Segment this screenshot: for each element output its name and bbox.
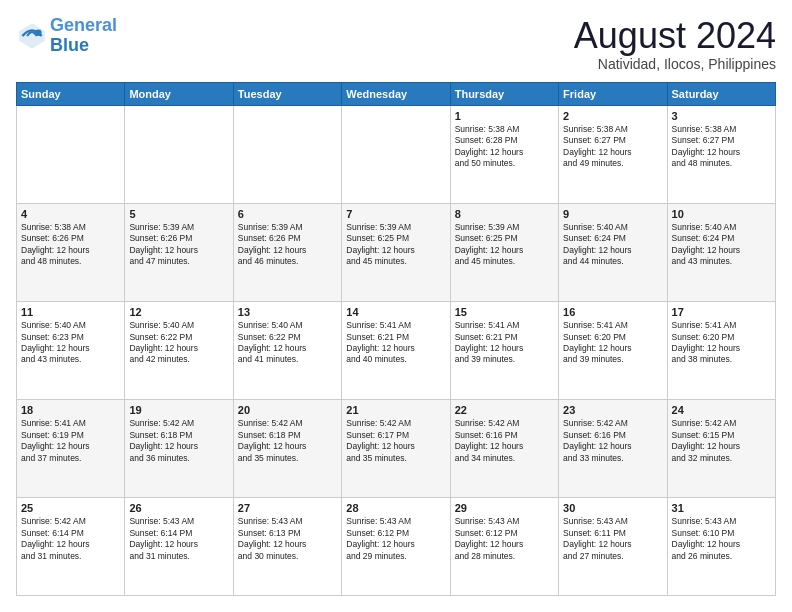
- calendar-cell: 10Sunrise: 5:40 AM Sunset: 6:24 PM Dayli…: [667, 203, 775, 301]
- cell-info: Sunrise: 5:38 AM Sunset: 6:27 PM Dayligh…: [672, 124, 771, 170]
- calendar-header-wednesday: Wednesday: [342, 82, 450, 105]
- day-number: 1: [455, 109, 554, 123]
- day-number: 10: [672, 207, 771, 221]
- cell-info: Sunrise: 5:40 AM Sunset: 6:24 PM Dayligh…: [672, 222, 771, 268]
- calendar-cell: 25Sunrise: 5:42 AM Sunset: 6:14 PM Dayli…: [17, 497, 125, 595]
- calendar-cell: 17Sunrise: 5:41 AM Sunset: 6:20 PM Dayli…: [667, 301, 775, 399]
- subtitle: Natividad, Ilocos, Philippines: [574, 56, 776, 72]
- calendar-cell: 16Sunrise: 5:41 AM Sunset: 6:20 PM Dayli…: [559, 301, 667, 399]
- calendar-cell: 5Sunrise: 5:39 AM Sunset: 6:26 PM Daylig…: [125, 203, 233, 301]
- cell-info: Sunrise: 5:42 AM Sunset: 6:16 PM Dayligh…: [455, 418, 554, 464]
- calendar-cell: 23Sunrise: 5:42 AM Sunset: 6:16 PM Dayli…: [559, 399, 667, 497]
- cell-info: Sunrise: 5:40 AM Sunset: 6:22 PM Dayligh…: [238, 320, 337, 366]
- day-number: 15: [455, 305, 554, 319]
- cell-info: Sunrise: 5:42 AM Sunset: 6:17 PM Dayligh…: [346, 418, 445, 464]
- day-number: 18: [21, 403, 120, 417]
- calendar-cell: 9Sunrise: 5:40 AM Sunset: 6:24 PM Daylig…: [559, 203, 667, 301]
- day-number: 11: [21, 305, 120, 319]
- day-number: 7: [346, 207, 445, 221]
- cell-info: Sunrise: 5:40 AM Sunset: 6:24 PM Dayligh…: [563, 222, 662, 268]
- calendar-cell: 11Sunrise: 5:40 AM Sunset: 6:23 PM Dayli…: [17, 301, 125, 399]
- month-title: August 2024: [574, 16, 776, 56]
- day-number: 19: [129, 403, 228, 417]
- cell-info: Sunrise: 5:42 AM Sunset: 6:14 PM Dayligh…: [21, 516, 120, 562]
- calendar-cell: 26Sunrise: 5:43 AM Sunset: 6:14 PM Dayli…: [125, 497, 233, 595]
- calendar-header-monday: Monday: [125, 82, 233, 105]
- calendar-cell: [342, 105, 450, 203]
- day-number: 26: [129, 501, 228, 515]
- logo-line2: Blue: [50, 35, 89, 55]
- title-block: August 2024 Natividad, Ilocos, Philippin…: [574, 16, 776, 72]
- day-number: 30: [563, 501, 662, 515]
- cell-info: Sunrise: 5:39 AM Sunset: 6:25 PM Dayligh…: [455, 222, 554, 268]
- calendar-week-4: 18Sunrise: 5:41 AM Sunset: 6:19 PM Dayli…: [17, 399, 776, 497]
- calendar-cell: 29Sunrise: 5:43 AM Sunset: 6:12 PM Dayli…: [450, 497, 558, 595]
- cell-info: Sunrise: 5:43 AM Sunset: 6:13 PM Dayligh…: [238, 516, 337, 562]
- day-number: 2: [563, 109, 662, 123]
- cell-info: Sunrise: 5:43 AM Sunset: 6:10 PM Dayligh…: [672, 516, 771, 562]
- day-number: 9: [563, 207, 662, 221]
- calendar-cell: [125, 105, 233, 203]
- calendar-cell: 20Sunrise: 5:42 AM Sunset: 6:18 PM Dayli…: [233, 399, 341, 497]
- calendar-week-2: 4Sunrise: 5:38 AM Sunset: 6:26 PM Daylig…: [17, 203, 776, 301]
- cell-info: Sunrise: 5:42 AM Sunset: 6:18 PM Dayligh…: [238, 418, 337, 464]
- calendar-cell: 24Sunrise: 5:42 AM Sunset: 6:15 PM Dayli…: [667, 399, 775, 497]
- cell-info: Sunrise: 5:40 AM Sunset: 6:22 PM Dayligh…: [129, 320, 228, 366]
- logo-line1: General: [50, 15, 117, 35]
- day-number: 3: [672, 109, 771, 123]
- logo: General Blue: [16, 16, 117, 56]
- calendar-cell: 31Sunrise: 5:43 AM Sunset: 6:10 PM Dayli…: [667, 497, 775, 595]
- day-number: 6: [238, 207, 337, 221]
- calendar-cell: [233, 105, 341, 203]
- calendar-cell: 19Sunrise: 5:42 AM Sunset: 6:18 PM Dayli…: [125, 399, 233, 497]
- day-number: 22: [455, 403, 554, 417]
- cell-info: Sunrise: 5:42 AM Sunset: 6:15 PM Dayligh…: [672, 418, 771, 464]
- cell-info: Sunrise: 5:40 AM Sunset: 6:23 PM Dayligh…: [21, 320, 120, 366]
- calendar-cell: 6Sunrise: 5:39 AM Sunset: 6:26 PM Daylig…: [233, 203, 341, 301]
- cell-info: Sunrise: 5:39 AM Sunset: 6:26 PM Dayligh…: [238, 222, 337, 268]
- calendar-cell: 2Sunrise: 5:38 AM Sunset: 6:27 PM Daylig…: [559, 105, 667, 203]
- day-number: 17: [672, 305, 771, 319]
- day-number: 16: [563, 305, 662, 319]
- day-number: 5: [129, 207, 228, 221]
- calendar-cell: [17, 105, 125, 203]
- cell-info: Sunrise: 5:38 AM Sunset: 6:26 PM Dayligh…: [21, 222, 120, 268]
- day-number: 27: [238, 501, 337, 515]
- cell-info: Sunrise: 5:41 AM Sunset: 6:21 PM Dayligh…: [346, 320, 445, 366]
- day-number: 29: [455, 501, 554, 515]
- cell-info: Sunrise: 5:41 AM Sunset: 6:21 PM Dayligh…: [455, 320, 554, 366]
- cell-info: Sunrise: 5:38 AM Sunset: 6:28 PM Dayligh…: [455, 124, 554, 170]
- calendar-cell: 30Sunrise: 5:43 AM Sunset: 6:11 PM Dayli…: [559, 497, 667, 595]
- day-number: 25: [21, 501, 120, 515]
- day-number: 23: [563, 403, 662, 417]
- calendar-cell: 28Sunrise: 5:43 AM Sunset: 6:12 PM Dayli…: [342, 497, 450, 595]
- logo-text: General Blue: [50, 16, 117, 56]
- cell-info: Sunrise: 5:43 AM Sunset: 6:12 PM Dayligh…: [346, 516, 445, 562]
- header: General Blue August 2024 Natividad, Iloc…: [16, 16, 776, 72]
- calendar-cell: 8Sunrise: 5:39 AM Sunset: 6:25 PM Daylig…: [450, 203, 558, 301]
- cell-info: Sunrise: 5:39 AM Sunset: 6:25 PM Dayligh…: [346, 222, 445, 268]
- calendar-cell: 21Sunrise: 5:42 AM Sunset: 6:17 PM Dayli…: [342, 399, 450, 497]
- cell-info: Sunrise: 5:39 AM Sunset: 6:26 PM Dayligh…: [129, 222, 228, 268]
- day-number: 12: [129, 305, 228, 319]
- calendar-header-saturday: Saturday: [667, 82, 775, 105]
- calendar-week-3: 11Sunrise: 5:40 AM Sunset: 6:23 PM Dayli…: [17, 301, 776, 399]
- cell-info: Sunrise: 5:38 AM Sunset: 6:27 PM Dayligh…: [563, 124, 662, 170]
- calendar-cell: 3Sunrise: 5:38 AM Sunset: 6:27 PM Daylig…: [667, 105, 775, 203]
- calendar-cell: 13Sunrise: 5:40 AM Sunset: 6:22 PM Dayli…: [233, 301, 341, 399]
- day-number: 14: [346, 305, 445, 319]
- page: General Blue August 2024 Natividad, Iloc…: [0, 0, 792, 612]
- calendar-week-5: 25Sunrise: 5:42 AM Sunset: 6:14 PM Dayli…: [17, 497, 776, 595]
- calendar-cell: 18Sunrise: 5:41 AM Sunset: 6:19 PM Dayli…: [17, 399, 125, 497]
- day-number: 28: [346, 501, 445, 515]
- calendar-cell: 7Sunrise: 5:39 AM Sunset: 6:25 PM Daylig…: [342, 203, 450, 301]
- calendar-week-1: 1Sunrise: 5:38 AM Sunset: 6:28 PM Daylig…: [17, 105, 776, 203]
- cell-info: Sunrise: 5:41 AM Sunset: 6:20 PM Dayligh…: [672, 320, 771, 366]
- day-number: 8: [455, 207, 554, 221]
- day-number: 20: [238, 403, 337, 417]
- calendar-header-row: SundayMondayTuesdayWednesdayThursdayFrid…: [17, 82, 776, 105]
- cell-info: Sunrise: 5:42 AM Sunset: 6:18 PM Dayligh…: [129, 418, 228, 464]
- day-number: 21: [346, 403, 445, 417]
- calendar-cell: 22Sunrise: 5:42 AM Sunset: 6:16 PM Dayli…: [450, 399, 558, 497]
- day-number: 13: [238, 305, 337, 319]
